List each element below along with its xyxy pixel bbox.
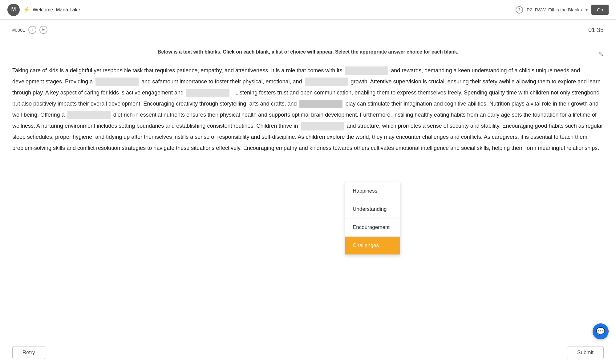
submit-button[interactable]: Submit (567, 346, 604, 359)
go-button[interactable]: Go (591, 5, 609, 15)
dropdown-option-understanding[interactable]: Understanding (345, 200, 400, 218)
header-right: ? P2: R&W: Fill in the Blanks ▾ Go (516, 5, 609, 15)
edit-icon[interactable]: ✎ (598, 50, 604, 58)
blank-1[interactable] (345, 66, 388, 75)
exercise-label: P2: R&W: Fill in the Blanks (527, 7, 582, 12)
bottom-bar: Retry Submit (0, 341, 616, 364)
blank-5[interactable] (299, 100, 342, 108)
passage-text-while: while (502, 78, 515, 85)
blank-4[interactable] (186, 89, 229, 97)
flag-icon[interactable]: ⚑ (39, 26, 47, 34)
chat-bubble[interactable]: 💬 (593, 323, 609, 339)
blank-dropdown-menu: Happiness Understanding Encouragement Ch… (345, 182, 400, 255)
passage-text-1: Taking care of kids is a delightful yet … (12, 67, 342, 74)
exercise-id-text: #0001 (12, 27, 25, 33)
welcome-text: Welcome, Maria Lake (33, 7, 80, 13)
passage-text-3: and saf (141, 78, 160, 85)
divider (12, 39, 604, 39)
passage-text-amount: amount importance to foster their physic… (160, 78, 302, 85)
avatar: M (7, 4, 20, 16)
blank-2[interactable] (95, 78, 139, 86)
header-left: M ⚡ Welcome, Maria Lake (7, 4, 80, 16)
passage: Taking care of kids is a delightful yet … (12, 65, 604, 154)
help-icon[interactable]: ? (516, 6, 523, 14)
bolt-icon: ⚡ (23, 6, 30, 13)
exercise-id-area: #0001 i ⚑ (12, 26, 47, 34)
passage-text-7: . Listening fosters trust and open commu… (232, 90, 587, 96)
header: M ⚡ Welcome, Maria Lake ? P2: R&W: Fill … (0, 0, 616, 20)
main-content: #0001 i ⚑ 01:35 ✎ Below is a text with b… (0, 20, 616, 364)
passage-text-aspect: aspect of (60, 90, 83, 96)
instruction: Below is a text with blanks. Click on ea… (12, 48, 604, 56)
exercise-dropdown-arrow[interactable]: ▾ (586, 7, 588, 12)
timer: 01:35 (588, 26, 604, 34)
instruction-text: Below is a text with blanks. Click on ea… (158, 49, 458, 54)
blank-6[interactable] (67, 111, 111, 119)
retry-button[interactable]: Retry (12, 346, 45, 359)
blank-7[interactable] (301, 122, 344, 130)
dropdown-option-happiness[interactable]: Happiness (345, 182, 400, 200)
blank-3[interactable] (305, 78, 348, 86)
dropdown-option-encouragement[interactable]: Encouragement (345, 218, 400, 237)
passage-text-4: growth. Attentive supervision is crucial… (351, 78, 502, 85)
passage-text-6: caring for kids is active engagement and (84, 90, 184, 96)
sub-header: #0001 i ⚑ 01:35 (12, 20, 604, 34)
dropdown-option-challenges[interactable]: Challenges (345, 237, 400, 254)
info-icon[interactable]: i (28, 26, 36, 34)
chat-icon: 💬 (596, 327, 605, 336)
